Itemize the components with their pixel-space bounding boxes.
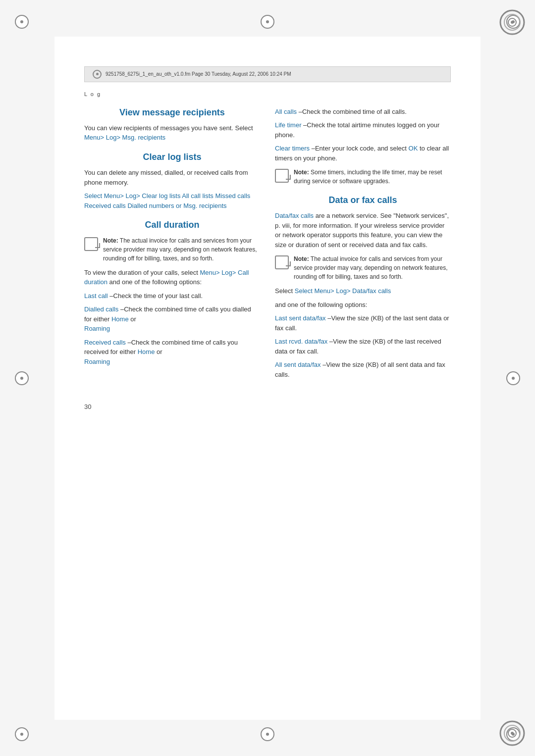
section-label: L o g bbox=[84, 91, 451, 97]
note-box-data-fax: Note: The actual invoice for calls and s… bbox=[275, 254, 451, 281]
item-last-rcvd-data-fax: Last rcvd. data/fax –View the size (KB) … bbox=[275, 337, 451, 356]
item-clear-timers: Clear timers –Enter your lock code, and … bbox=[275, 144, 451, 163]
item-received-calls: Received calls –Check the combined time … bbox=[84, 338, 260, 367]
note-box-call-duration: Note: The actual invoice for calls and s… bbox=[84, 236, 260, 263]
two-column-layout: View message recipients You can view rec… bbox=[84, 107, 451, 389]
section-call-duration: Call duration Note: The actual invoice f… bbox=[84, 219, 260, 366]
svg-point-3 bbox=[511, 21, 514, 24]
reg-mark-tm bbox=[261, 15, 274, 29]
heading-clear-log-lists: Clear log lists bbox=[84, 151, 260, 163]
page-outer: 9251758_6275i_1_en_au_oth_v1.0.fm Page 3… bbox=[0, 0, 535, 756]
deco-spiral-br bbox=[499, 720, 526, 747]
note-icon-call-duration bbox=[84, 237, 98, 251]
note-text-data-fax: Note: The actual invoice for calls and s… bbox=[294, 254, 451, 281]
page-content: 9251758_6275i_1_en_au_oth_v1.0.fm Page 3… bbox=[54, 37, 481, 720]
page-number: 30 bbox=[84, 403, 451, 410]
reg-mark-bl bbox=[15, 727, 29, 741]
item-dialled-calls: Dialled calls –Check the combined time o… bbox=[84, 304, 260, 334]
heading-call-duration: Call duration bbox=[84, 219, 260, 231]
header-circle-icon bbox=[93, 70, 102, 79]
heading-view-message-recipients: View message recipients bbox=[84, 107, 260, 118]
svg-point-7 bbox=[511, 732, 514, 735]
body-data-fax-options: and one of the following options: bbox=[275, 300, 451, 310]
section-data-fax-calls: Data or fax calls Data/fax calls are a n… bbox=[275, 195, 451, 379]
reg-mark-mr bbox=[506, 371, 520, 385]
item-life-timer: Life timer –Check the total airtime minu… bbox=[275, 120, 451, 140]
note-text-call-duration: Note: The actual invoice for calls and s… bbox=[103, 236, 260, 263]
left-column: View message recipients You can view rec… bbox=[84, 107, 260, 389]
item-last-sent-data-fax: Last sent data/fax –View the size (KB) o… bbox=[275, 313, 451, 333]
nav-clear-log: Select Menu> Log> Clear log lists All ca… bbox=[84, 191, 260, 210]
note-icon-right-timers bbox=[275, 169, 289, 183]
header-strip-text: 9251758_6275i_1_en_au_oth_v1.0.fm Page 3… bbox=[106, 71, 291, 77]
section-view-message-recipients: View message recipients You can view rec… bbox=[84, 107, 260, 143]
item-all-sent-data-fax: All sent data/fax –View the size (KB) of… bbox=[275, 360, 451, 379]
reg-mark-tl bbox=[15, 15, 29, 29]
reg-mark-ml bbox=[15, 371, 29, 385]
note-icon-data-fax bbox=[275, 255, 289, 269]
item-all-calls: All calls –Check the combined time of al… bbox=[275, 107, 451, 117]
nav-data-fax: Select Select Menu> Log> Data/fax calls bbox=[275, 286, 451, 296]
heading-data-fax-calls: Data or fax calls bbox=[275, 195, 451, 206]
deco-spiral-tr bbox=[499, 9, 526, 36]
body-clear-log: You can delete any missed, dialled, or r… bbox=[84, 168, 260, 187]
body-view-message: You can view recipients of messages you … bbox=[84, 123, 260, 143]
note-text-right-timers: Note: Some timers, including the life ti… bbox=[294, 168, 451, 186]
item-last-call: Last call –Check the time of your last c… bbox=[84, 291, 260, 301]
nav-menu-log-msg: Menu> Log> Msg. recipients bbox=[84, 134, 165, 141]
header-strip: 9251758_6275i_1_en_au_oth_v1.0.fm Page 3… bbox=[84, 66, 451, 82]
body-data-fax-intro: Data/fax calls are a network service. Se… bbox=[275, 211, 451, 250]
note-box-right-timers: Note: Some timers, including the life ti… bbox=[275, 168, 451, 186]
body-call-duration-intro: To view the duration of your calls, sele… bbox=[84, 268, 260, 287]
section-clear-log-lists: Clear log lists You can delete any misse… bbox=[84, 151, 260, 210]
right-column: All calls –Check the combined time of al… bbox=[275, 107, 451, 389]
reg-mark-bm bbox=[261, 727, 274, 741]
section-call-items: All calls –Check the combined time of al… bbox=[275, 107, 451, 186]
